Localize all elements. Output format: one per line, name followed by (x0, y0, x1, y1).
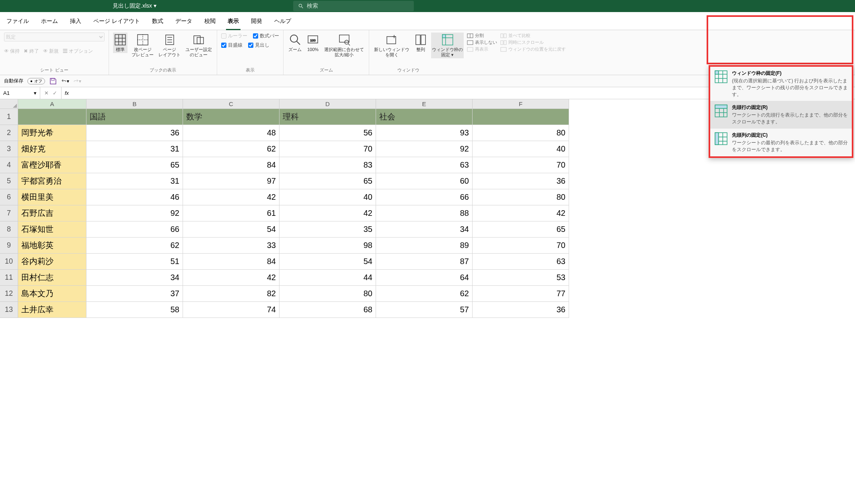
autosave-toggle[interactable]: ● オフ (27, 78, 45, 84)
cell[interactable]: 56 (280, 125, 376, 141)
cell[interactable]: 40 (473, 141, 569, 157)
cell[interactable]: 31 (86, 141, 183, 157)
cell[interactable]: 66 (376, 189, 473, 205)
cell[interactable]: 80 (473, 189, 569, 205)
cell[interactable]: 54 (183, 221, 280, 238)
row-header[interactable]: 3 (0, 141, 18, 157)
cell[interactable]: 田村仁志 (18, 270, 86, 286)
row-header[interactable]: 2 (0, 125, 18, 141)
cell[interactable]: 42 (473, 205, 569, 221)
zoom-button[interactable]: ズーム (288, 33, 302, 53)
cell[interactable]: 62 (183, 141, 280, 157)
cell[interactable]: 65 (86, 157, 183, 173)
cell[interactable]: 数学 (183, 109, 280, 125)
freeze-panes-button[interactable]: ウィンドウ枠の 固定 ▾ (431, 33, 464, 58)
cell[interactable]: 61 (183, 205, 280, 221)
cell[interactable]: 34 (376, 221, 473, 238)
arrange-button[interactable]: 整列 (413, 33, 428, 53)
row-header[interactable]: 10 (0, 254, 18, 270)
cell[interactable]: 63 (376, 157, 473, 173)
cell[interactable]: 53 (473, 270, 569, 286)
freeze-first-col-item[interactable]: 先頭列の固定(C) ワークシートの最初の列を表示したままで、他の部分をスクロール… (710, 129, 852, 156)
name-box[interactable]: A1▾ (0, 87, 40, 99)
cell[interactable]: 37 (86, 286, 183, 302)
cell[interactable]: 岡野光希 (18, 125, 86, 141)
cell[interactable]: 93 (376, 125, 473, 141)
col-header-B[interactable]: B (86, 99, 183, 109)
freeze-panes-item[interactable]: ウィンドウ枠の固定(F) (現在の選択範囲に基づいて) 行および列を表示したまま… (710, 67, 852, 101)
save-button[interactable] (49, 77, 57, 85)
split-button[interactable]: 分割 (467, 33, 497, 39)
cell[interactable]: 63 (473, 254, 569, 270)
cell[interactable]: 60 (376, 173, 473, 189)
headings-checkbox[interactable]: 見出し (248, 42, 269, 49)
cell[interactable]: 54 (280, 254, 376, 270)
tab-home[interactable]: ホーム (39, 15, 60, 30)
cell[interactable]: 70 (280, 141, 376, 157)
col-header-F[interactable]: F (473, 99, 569, 109)
cell[interactable]: 97 (183, 173, 280, 189)
cell[interactable]: 82 (183, 286, 280, 302)
row-header[interactable]: 13 (0, 302, 18, 318)
cell[interactable]: 92 (86, 205, 183, 221)
row-header[interactable]: 6 (0, 189, 18, 205)
zoom-selection-button[interactable]: 選択範囲に合わせて 拡大/縮小 (323, 33, 365, 58)
row-header[interactable]: 7 (0, 205, 18, 221)
row-header[interactable]: 4 (0, 157, 18, 173)
cell[interactable]: 石野広吉 (18, 205, 86, 221)
cell[interactable]: 51 (86, 254, 183, 270)
cell[interactable]: 34 (86, 270, 183, 286)
cell[interactable]: 44 (280, 270, 376, 286)
cell[interactable]: 65 (280, 173, 376, 189)
cell[interactable]: 62 (86, 238, 183, 254)
formulabar-checkbox[interactable]: 数式バー (253, 33, 279, 39)
cell[interactable]: 62 (376, 286, 473, 302)
cell[interactable]: 横田里美 (18, 189, 86, 205)
cell[interactable]: 80 (473, 125, 569, 141)
col-header-A[interactable]: A (18, 99, 86, 109)
cell[interactable]: 島本文乃 (18, 286, 86, 302)
col-header-C[interactable]: C (183, 99, 280, 109)
cell[interactable]: 31 (86, 173, 183, 189)
tab-view[interactable]: 表示 (226, 15, 240, 30)
select-all-corner[interactable] (0, 99, 18, 109)
row-header[interactable]: 9 (0, 238, 18, 254)
cell[interactable] (473, 109, 569, 125)
row-header[interactable]: 11 (0, 270, 18, 286)
cell[interactable]: 80 (280, 286, 376, 302)
cell[interactable]: 48 (183, 125, 280, 141)
cell[interactable]: 33 (183, 238, 280, 254)
cell[interactable]: 87 (376, 254, 473, 270)
undo-button[interactable]: ▾ (61, 77, 69, 85)
new-window-button[interactable]: 新しいウィンドウ を開く (373, 33, 410, 58)
cell[interactable]: 89 (376, 238, 473, 254)
hide-button[interactable]: 表示しない (467, 39, 497, 45)
tab-pagelayout[interactable]: ページ レイアウト (92, 15, 142, 30)
cell[interactable]: 国語 (86, 109, 183, 125)
cell[interactable] (18, 109, 86, 125)
cell[interactable]: 36 (473, 302, 569, 318)
tab-developer[interactable]: 開発 (249, 15, 264, 30)
tab-formulas[interactable]: 数式 (150, 15, 165, 30)
custom-view-button[interactable]: ユーザー設定 のビュー (185, 33, 213, 58)
cell[interactable]: 福地彰英 (18, 238, 86, 254)
cell[interactable]: 富樫沙耶香 (18, 157, 86, 173)
cell[interactable]: 66 (86, 221, 183, 238)
search-box[interactable]: 検索 (293, 1, 414, 11)
cell[interactable]: 70 (473, 157, 569, 173)
cell[interactable]: 84 (183, 254, 280, 270)
row-header[interactable]: 12 (0, 286, 18, 302)
row-header[interactable]: 1 (0, 109, 18, 125)
gridlines-checkbox[interactable]: 目盛線 (221, 42, 243, 49)
cell[interactable]: 77 (473, 286, 569, 302)
tab-insert[interactable]: 挿入 (68, 15, 83, 30)
cell[interactable]: 42 (183, 189, 280, 205)
pagelayout-view-button[interactable]: ページ レイアウト (158, 33, 181, 58)
cell[interactable]: 宇都宮勇治 (18, 173, 86, 189)
cell[interactable]: 65 (473, 221, 569, 238)
cell[interactable]: 98 (280, 238, 376, 254)
freeze-top-row-item[interactable]: 先頭行の固定(R) ワークシートの先頭行を表示したままで、他の部分をスクロールで… (710, 101, 852, 129)
row-header[interactable]: 8 (0, 221, 18, 238)
cell[interactable]: 42 (280, 205, 376, 221)
tab-help[interactable]: ヘルプ (273, 15, 293, 30)
